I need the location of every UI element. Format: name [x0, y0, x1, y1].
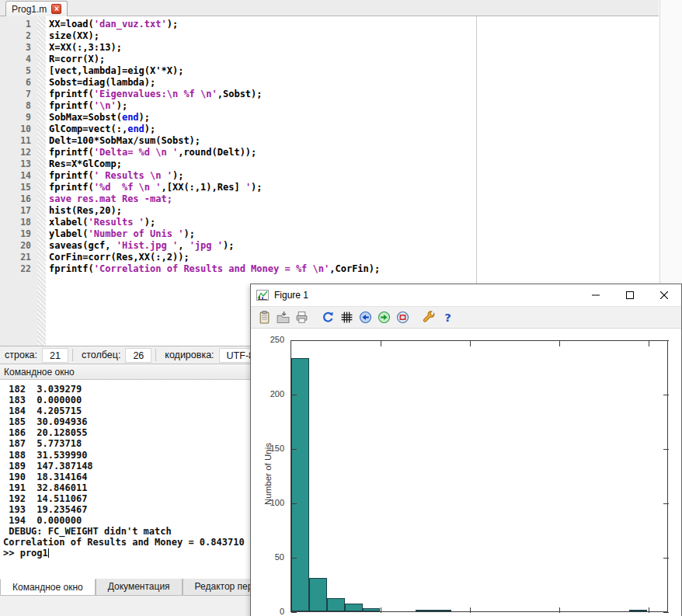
code-token: 'dan_vuz.txt': [94, 19, 167, 30]
rotate-icon[interactable]: [320, 310, 336, 325]
bottom-tab-active[interactable]: Командное окно: [0, 579, 96, 596]
code-line[interactable]: R=corr(X);: [49, 54, 380, 65]
x-tick-mark: [470, 607, 471, 613]
code-token: );: [144, 124, 155, 134]
code-line[interactable]: XX=load('dan_vuz.txt');: [49, 19, 380, 30]
histogram-bar: [416, 610, 433, 611]
y-tick-mark: [291, 612, 297, 613]
status-value: 21: [42, 348, 68, 363]
code-token: ,round(Delt));: [178, 147, 256, 158]
line-number: 13: [3, 158, 31, 170]
code-token: );: [183, 228, 194, 239]
close-button[interactable]: [647, 284, 681, 305]
code-line[interactable]: save res.mat Res -mat;: [49, 193, 380, 205]
line-number: 22: [3, 263, 31, 275]
status-item: строка:21: [0, 346, 68, 364]
editor-tab-bar: Prog1.m ×: [0, 0, 659, 16]
code-line[interactable]: ylabel('Number of Unis ');: [49, 228, 380, 240]
code-line[interactable]: fprintf('\n');: [49, 100, 380, 112]
y-tick-label: 250: [251, 335, 287, 344]
code-line[interactable]: hist(Res,20);: [49, 205, 380, 217]
code-line[interactable]: fprintf('%d %f \n ',[XX(:,1),Res] ');: [49, 182, 380, 193]
code-area[interactable]: XX=load('dan_vuz.txt');size(XX);X=XX(:,3…: [49, 19, 380, 275]
code-line[interactable]: X=XX(:,3:13);: [49, 42, 380, 54]
code-line[interactable]: Delt=100*SobMax/sum(Sobst);: [49, 135, 380, 147]
code-token: 'Results ': [89, 217, 144, 228]
code-token: '%d %f \n ': [94, 182, 162, 193]
code-token: Res=X*GlComp;: [49, 158, 122, 169]
line-number-gutter[interactable]: 12345678910111213141516171819202122: [0, 16, 37, 346]
y-tick-label: 150: [251, 444, 287, 453]
y-tick-mark: [663, 340, 669, 341]
code-token: 'Correlation of Results and Money = %f \…: [94, 263, 329, 274]
code-line[interactable]: fprintf('Eigenvalues:\n %f \n',Sobst);: [49, 89, 380, 100]
code-line[interactable]: fprintf('Delta= %d \n ',round(Delt));: [49, 147, 380, 158]
clipboard-icon[interactable]: [256, 310, 272, 325]
histogram-bar: [629, 610, 647, 611]
code-line[interactable]: [vect,lambda]=eig(X'*X);: [49, 65, 380, 77]
line-number: 3: [3, 42, 31, 54]
code-token: fprintf(: [49, 147, 94, 158]
bottom-tab-item[interactable]: Документация: [96, 579, 183, 596]
status-label: строка:: [5, 350, 37, 360]
line-number: 10: [3, 124, 31, 135]
figure-titlebar[interactable]: Figure 1: [251, 284, 681, 306]
y-tick-label: 0: [251, 607, 287, 616]
y-tick-mark: [291, 340, 297, 341]
line-number: 2: [3, 30, 31, 42]
x-tick-mark: [649, 607, 649, 613]
code-line[interactable]: xlabel('Results ');: [49, 217, 380, 228]
code-token: saveas(gcf,: [49, 240, 117, 251]
line-number: 14: [3, 170, 31, 182]
histogram-bar: [363, 608, 381, 611]
line-number: 17: [3, 205, 31, 217]
print-icon[interactable]: [294, 310, 309, 325]
code-token: );: [144, 217, 155, 228]
status-item: кодировка:UTF-8: [160, 346, 262, 364]
y-tick-mark: [291, 395, 297, 395]
code-line[interactable]: fprintf(' Results \n ');: [49, 170, 380, 182]
code-token: '\n': [94, 100, 117, 111]
histogram-bar: [345, 604, 363, 611]
line-number: 4: [3, 54, 31, 65]
figure-canvas[interactable]: Number of Unis 050100150200250: [251, 329, 681, 616]
code-token: GlComp=vect(:,: [49, 124, 127, 134]
figure-app-icon: [256, 289, 269, 301]
line-number: 16: [3, 193, 31, 205]
grid-icon[interactable]: [339, 310, 354, 325]
code-line[interactable]: size(XX);: [49, 30, 380, 42]
y-tick-mark: [291, 558, 297, 559]
code-token: CorFin=corr(Res,XX(:,2));: [49, 252, 190, 263]
code-line[interactable]: Res=X*GlComp;: [49, 158, 380, 170]
code-token: Delt=100*SobMax/sum(Sobst);: [49, 135, 200, 146]
code-line[interactable]: CorFin=corr(Res,XX(:,2));: [49, 252, 380, 263]
minimize-button[interactable]: [579, 284, 613, 305]
status-label: столбец:: [82, 350, 120, 360]
zoom-out-icon[interactable]: [376, 310, 391, 325]
histogram-bar: [309, 578, 327, 611]
code-token: );: [251, 182, 262, 193]
save-figure-icon[interactable]: [275, 310, 291, 325]
svg-text:?: ?: [444, 311, 451, 324]
maximize-button[interactable]: [613, 284, 647, 305]
tools-icon[interactable]: [421, 310, 437, 325]
line-number: 8: [3, 100, 31, 112]
code-token: ' Results \n ': [94, 170, 172, 181]
line-number: 21: [3, 252, 31, 263]
code-line[interactable]: Sobst=diag(lambda);: [49, 77, 380, 89]
code-token: );: [139, 112, 150, 123]
status-label: кодировка:: [165, 350, 214, 360]
figure-toolbar: ?: [251, 306, 681, 329]
help-icon[interactable]: ?: [440, 310, 455, 325]
figure-title: Figure 1: [274, 290, 579, 301]
code-line[interactable]: SobMax=Sobst(end);: [49, 112, 380, 124]
code-token: hist(Res,20);: [49, 205, 122, 216]
zoom-in-icon[interactable]: [357, 310, 373, 325]
code-line[interactable]: saveas(gcf, 'Hist.jpg ', 'jpg ');: [49, 240, 380, 252]
code-line[interactable]: GlComp=vect(:,end);: [49, 124, 380, 135]
tab-close-icon[interactable]: ×: [51, 4, 61, 14]
code-line[interactable]: fprintf('Correlation of Results and Mone…: [49, 263, 380, 275]
tab-prog1m[interactable]: Prog1.m ×: [5, 1, 68, 16]
x-tick-mark: [381, 607, 381, 613]
autoscale-icon[interactable]: [395, 310, 410, 325]
